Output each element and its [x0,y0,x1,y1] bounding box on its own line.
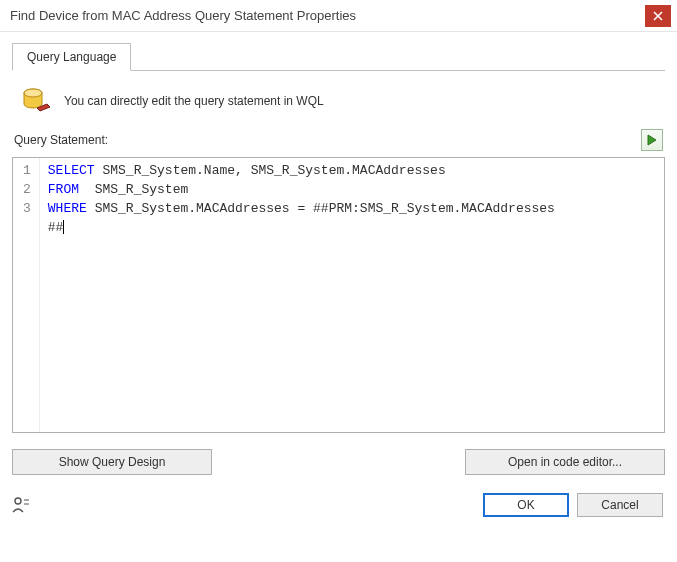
svg-point-5 [15,498,21,504]
text-cursor [63,220,64,234]
titlebar: Find Device from MAC Address Query State… [0,0,677,32]
line-number: 1 [23,162,31,181]
svg-marker-4 [648,135,656,145]
code-text: SMS_R_System [79,182,188,197]
close-icon [653,11,663,21]
tab-query-language[interactable]: Query Language [12,43,131,71]
keyword-where: WHERE [48,201,87,216]
line-gutter: 1 2 3 [13,158,40,432]
footer-right: OK Cancel [483,493,663,517]
editor-buttons-row: Show Query Design Open in code editor... [12,449,665,475]
play-icon [647,134,657,146]
footer-left [10,494,32,516]
code-text: SMS_R_System.Name, SMS_R_System.MACAddre… [95,163,446,178]
keyword-select: SELECT [48,163,95,178]
code-area[interactable]: SELECT SMS_R_System.Name, SMS_R_System.M… [40,158,563,432]
window-title: Find Device from MAC Address Query State… [10,8,356,23]
line-number: 3 [23,200,31,219]
code-text: ## [48,220,64,235]
statement-row: Query Statement: [12,129,665,157]
line-number: 2 [23,181,31,200]
close-button[interactable] [645,5,671,27]
show-query-design-button[interactable]: Show Query Design [12,449,212,475]
svg-point-3 [24,89,42,97]
run-query-button[interactable] [641,129,663,151]
query-editor[interactable]: 1 2 3 SELECT SMS_R_System.Name, SMS_R_Sy… [12,157,665,433]
user-interaction-icon [10,494,32,516]
info-text: You can directly edit the query statemen… [64,94,324,108]
cancel-button[interactable]: Cancel [577,493,663,517]
dialog-footer: OK Cancel [0,483,677,527]
open-in-code-editor-button[interactable]: Open in code editor... [465,449,665,475]
info-row: You can directly edit the query statemen… [12,71,665,129]
statement-label: Query Statement: [14,133,108,147]
keyword-from: FROM [48,182,79,197]
database-edit-icon [20,85,52,117]
code-text: SMS_R_System.MACAddresses = ##PRM:SMS_R_… [87,201,555,216]
dialog-body: Query Language You can directly edit the… [0,32,677,483]
ok-button[interactable]: OK [483,493,569,517]
tabstrip: Query Language [12,42,665,71]
